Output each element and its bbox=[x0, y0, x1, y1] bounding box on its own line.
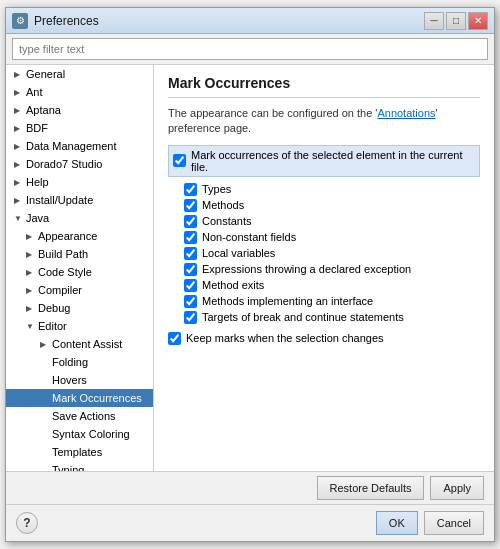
targets-checkbox[interactable] bbox=[184, 311, 197, 324]
sidebar-item-build-path[interactable]: ▶ Build Path bbox=[6, 245, 153, 263]
close-button[interactable]: ✕ bbox=[468, 12, 488, 30]
sidebar-item-save-actions[interactable]: Save Actions bbox=[6, 407, 153, 425]
expand-arrow: ▶ bbox=[14, 88, 24, 97]
restore-defaults-button[interactable]: Restore Defaults bbox=[317, 476, 425, 500]
main-area: ▶ General ▶ Ant ▶ Aptana ▶ BDF ▶ Data Ma… bbox=[6, 65, 494, 471]
sidebar-item-general[interactable]: ▶ General bbox=[6, 65, 153, 83]
leaf-spacer bbox=[40, 358, 50, 367]
constants-checkbox[interactable] bbox=[184, 215, 197, 228]
ok-cancel-buttons: OK Cancel bbox=[376, 511, 484, 535]
methods-implementing-label: Methods implementing an interface bbox=[202, 295, 373, 307]
content-panel: Mark Occurrences The appearance can be c… bbox=[154, 65, 494, 471]
sidebar-item-content-assist[interactable]: ▶ Content Assist bbox=[6, 335, 153, 353]
annotations-link[interactable]: Annotations bbox=[377, 107, 435, 119]
sidebar-item-java[interactable]: ▼ Java bbox=[6, 209, 153, 227]
method-exits-label: Method exits bbox=[202, 279, 264, 291]
sidebar-item-templates[interactable]: Templates bbox=[6, 443, 153, 461]
ok-button[interactable]: OK bbox=[376, 511, 418, 535]
content-description: The appearance can be configured on the … bbox=[168, 106, 480, 137]
sidebar-item-data-management[interactable]: ▶ Data Management bbox=[6, 137, 153, 155]
expand-arrow: ▶ bbox=[26, 232, 36, 241]
expand-arrow: ▶ bbox=[14, 124, 24, 133]
expand-arrow: ▶ bbox=[26, 304, 36, 313]
content-title: Mark Occurrences bbox=[168, 75, 480, 98]
methods-implementing-checkbox[interactable] bbox=[184, 295, 197, 308]
sidebar-item-editor[interactable]: ▼ Editor bbox=[6, 317, 153, 335]
cancel-button[interactable]: Cancel bbox=[424, 511, 484, 535]
sidebar-item-ant[interactable]: ▶ Ant bbox=[6, 83, 153, 101]
checkbox-constants: Constants bbox=[184, 215, 480, 228]
leaf-spacer bbox=[40, 394, 50, 403]
sidebar-item-debug[interactable]: ▶ Debug bbox=[6, 299, 153, 317]
help-button[interactable]: ? bbox=[16, 512, 38, 534]
sidebar-item-compiler[interactable]: ▶ Compiler bbox=[6, 281, 153, 299]
checkbox-methods: Methods bbox=[184, 199, 480, 212]
methods-label: Methods bbox=[202, 199, 244, 211]
expand-arrow: ▶ bbox=[14, 106, 24, 115]
filter-input[interactable] bbox=[12, 38, 488, 60]
sidebar-item-mark-occurrences[interactable]: Mark Occurrences bbox=[6, 389, 153, 407]
main-checkbox-container: Mark occurrences of the selected element… bbox=[168, 145, 480, 177]
sidebar-item-aptana[interactable]: ▶ Aptana bbox=[6, 101, 153, 119]
sidebar-item-install-update[interactable]: ▶ Install/Update bbox=[6, 191, 153, 209]
keep-marks-container: Keep marks when the selection changes bbox=[168, 332, 480, 345]
constants-label: Constants bbox=[202, 215, 252, 227]
local-variables-checkbox[interactable] bbox=[184, 247, 197, 260]
leaf-spacer bbox=[40, 448, 50, 457]
app-icon: ⚙ bbox=[12, 13, 28, 29]
keep-marks-checkbox[interactable] bbox=[168, 332, 181, 345]
checkbox-non-constant-fields: Non-constant fields bbox=[184, 231, 480, 244]
types-checkbox[interactable] bbox=[184, 183, 197, 196]
sidebar-item-hovers[interactable]: Hovers bbox=[6, 371, 153, 389]
preferences-window: ⚙ Preferences ─ □ ✕ ▶ General ▶ Ant ▶ Ap… bbox=[5, 7, 495, 542]
title-bar-buttons: ─ □ ✕ bbox=[424, 12, 488, 30]
leaf-spacer bbox=[40, 430, 50, 439]
expressions-label: Expressions throwing a declared exceptio… bbox=[202, 263, 411, 275]
sidebar-item-syntax-coloring[interactable]: Syntax Coloring bbox=[6, 425, 153, 443]
checkbox-types: Types bbox=[184, 183, 480, 196]
types-label: Types bbox=[202, 183, 231, 195]
sub-checkboxes: Types Methods Constants Non-constant fie… bbox=[184, 183, 480, 324]
expand-arrow: ▶ bbox=[14, 142, 24, 151]
maximize-button[interactable]: □ bbox=[446, 12, 466, 30]
sidebar-item-typing[interactable]: Typing bbox=[6, 461, 153, 471]
keep-marks-label: Keep marks when the selection changes bbox=[186, 332, 384, 344]
expand-arrow: ▶ bbox=[26, 268, 36, 277]
checkbox-targets: Targets of break and continue statements bbox=[184, 311, 480, 324]
expand-arrow: ▶ bbox=[14, 196, 24, 205]
minimize-button[interactable]: ─ bbox=[424, 12, 444, 30]
bottom-dialog-buttons: ? OK Cancel bbox=[6, 504, 494, 541]
expand-arrow: ▶ bbox=[26, 286, 36, 295]
expand-arrow: ▶ bbox=[40, 340, 50, 349]
bottom-toolbar: Restore Defaults Apply bbox=[6, 471, 494, 504]
non-constant-fields-label: Non-constant fields bbox=[202, 231, 296, 243]
main-checkbox-label: Mark occurrences of the selected element… bbox=[191, 149, 475, 173]
checkbox-method-exits: Method exits bbox=[184, 279, 480, 292]
targets-label: Targets of break and continue statements bbox=[202, 311, 404, 323]
expressions-checkbox[interactable] bbox=[184, 263, 197, 276]
sidebar-item-appearance[interactable]: ▶ Appearance bbox=[6, 227, 153, 245]
expand-arrow: ▼ bbox=[26, 322, 36, 331]
search-bar bbox=[6, 34, 494, 65]
methods-checkbox[interactable] bbox=[184, 199, 197, 212]
method-exits-checkbox[interactable] bbox=[184, 279, 197, 292]
non-constant-fields-checkbox[interactable] bbox=[184, 231, 197, 244]
local-variables-label: Local variables bbox=[202, 247, 275, 259]
sidebar-item-dorado7[interactable]: ▶ Dorado7 Studio bbox=[6, 155, 153, 173]
sidebar-item-bdf[interactable]: ▶ BDF bbox=[6, 119, 153, 137]
expand-arrow: ▶ bbox=[14, 178, 24, 187]
expand-arrow: ▼ bbox=[14, 214, 24, 223]
main-occurrences-checkbox[interactable] bbox=[173, 154, 186, 167]
leaf-spacer bbox=[40, 412, 50, 421]
sidebar-item-help[interactable]: ▶ Help bbox=[6, 173, 153, 191]
window-title: Preferences bbox=[34, 14, 424, 28]
sidebar-item-folding[interactable]: Folding bbox=[6, 353, 153, 371]
expand-arrow: ▶ bbox=[14, 70, 24, 79]
expand-arrow: ▶ bbox=[26, 250, 36, 259]
sidebar-item-code-style[interactable]: ▶ Code Style bbox=[6, 263, 153, 281]
leaf-spacer bbox=[40, 376, 50, 385]
checkbox-local-variables: Local variables bbox=[184, 247, 480, 260]
title-bar: ⚙ Preferences ─ □ ✕ bbox=[6, 8, 494, 34]
apply-button[interactable]: Apply bbox=[430, 476, 484, 500]
expand-arrow: ▶ bbox=[14, 160, 24, 169]
